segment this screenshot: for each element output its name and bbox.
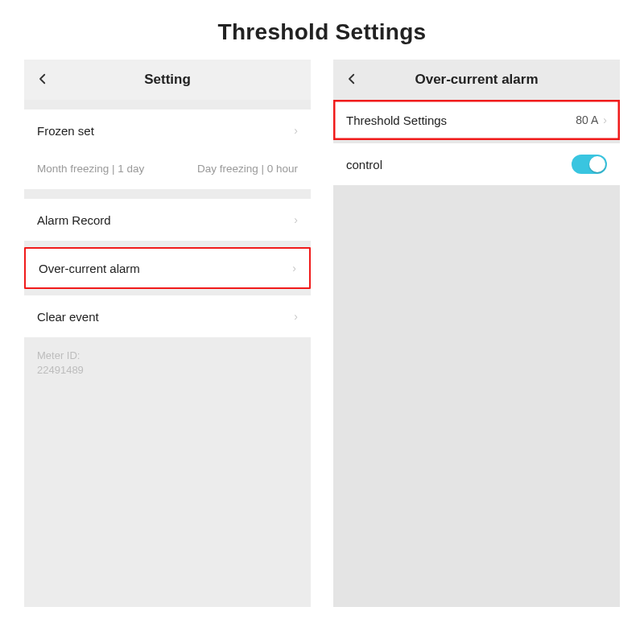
section-gap xyxy=(24,189,311,199)
navbar-over-current: Over-current alarm xyxy=(333,60,620,100)
navbar-title: Setting xyxy=(58,72,277,88)
back-icon[interactable] xyxy=(35,72,58,89)
blank-area xyxy=(333,185,620,607)
section-gap xyxy=(24,100,311,109)
row-alarm-record[interactable]: Alarm Record › xyxy=(24,199,311,241)
navbar-setting: Setting xyxy=(24,60,311,100)
chevron-right-icon: › xyxy=(294,310,298,323)
freeze-info: Month freezing | 1 day Day freezing | 0 … xyxy=(24,151,311,189)
row-label: Frozen set xyxy=(37,124,94,138)
chevron-right-icon: › xyxy=(294,213,298,226)
chevron-right-icon: › xyxy=(292,262,296,275)
row-label: Over-current alarm xyxy=(39,262,140,275)
toggle-knob xyxy=(589,156,605,172)
chevron-right-icon: › xyxy=(294,124,298,137)
blank-area xyxy=(24,389,311,607)
row-label: control xyxy=(346,158,382,171)
meter-id-value: 22491489 xyxy=(37,363,298,378)
frozen-set-section: Frozen set › Month freezing | 1 day Day … xyxy=(24,109,311,189)
control-toggle[interactable] xyxy=(572,155,607,174)
row-label: Clear event xyxy=(37,310,99,324)
navbar-title: Over-current alarm xyxy=(367,72,586,88)
row-tail: 80 A › xyxy=(576,114,607,126)
page-title: Threshold Settings xyxy=(0,0,644,60)
row-label: Alarm Record xyxy=(37,213,111,227)
phone-left: Setting Frozen set › Month freezing | 1 … xyxy=(24,60,311,607)
row-frozen-set[interactable]: Frozen set › xyxy=(24,109,311,151)
day-freeze-text: Day freezing | 0 hour xyxy=(197,163,298,175)
row-divider xyxy=(24,289,311,295)
row-control: control xyxy=(333,143,620,185)
phone-stage: Setting Frozen set › Month freezing | 1 … xyxy=(0,60,644,607)
threshold-value: 80 A xyxy=(576,114,598,126)
row-divider xyxy=(24,241,311,247)
row-threshold-settings[interactable]: Threshold Settings 80 A › xyxy=(333,100,620,140)
alarm-section: Alarm Record › Over-current alarm › Clea… xyxy=(24,199,311,337)
chevron-right-icon: › xyxy=(603,114,607,126)
row-label: Threshold Settings xyxy=(346,114,447,127)
meter-id-label: Meter ID: xyxy=(37,349,298,363)
row-clear-event[interactable]: Clear event › xyxy=(24,295,311,337)
meter-id-note: Meter ID: 22491489 xyxy=(24,337,311,389)
phone-right: Over-current alarm Threshold Settings 80… xyxy=(333,60,620,607)
month-freeze-text: Month freezing | 1 day xyxy=(37,163,144,175)
back-icon[interactable] xyxy=(345,72,367,89)
row-over-current-alarm[interactable]: Over-current alarm › xyxy=(24,247,311,289)
